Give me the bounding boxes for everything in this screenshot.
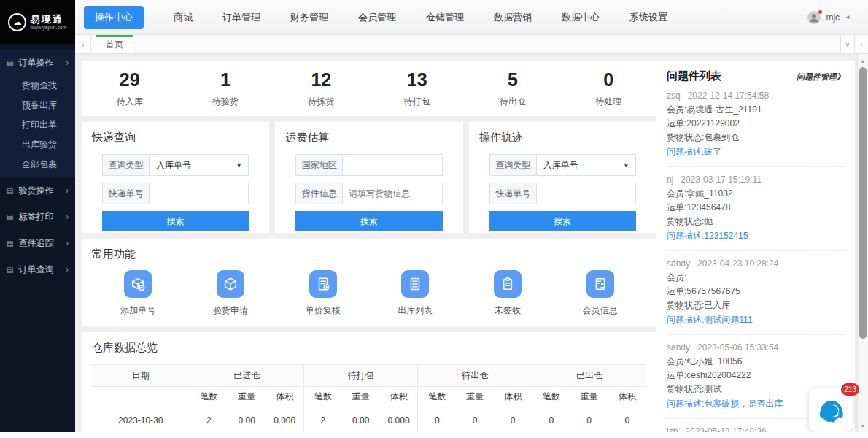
sidebar-subitem[interactable]: 打印出单: [0, 115, 75, 135]
table-cell: 0: [532, 407, 570, 433]
chevron-right-icon: ›: [66, 212, 69, 222]
table-row: 2023-10-3020.000.00020.000.000000000: [92, 407, 646, 433]
menu-grid-icon: ▤: [7, 187, 13, 195]
table-cell: 0.00: [342, 407, 380, 433]
brand-logo[interactable]: ☁ 易境通 www.yejoin.com: [0, 0, 75, 44]
problem-entry-2: sandy2023-04-23 10:28:24会员:运单:5675756767…: [667, 251, 845, 335]
stat-5[interactable]: 0待处理: [561, 69, 656, 108]
quick-function-4[interactable]: 未签收: [476, 270, 539, 317]
form-row: 快递单号: [102, 182, 249, 204]
table-subheader: 笔数: [303, 387, 341, 407]
sidebar-subitem[interactable]: 出库验货: [0, 135, 75, 155]
problem-status: 货物状态:抛: [667, 216, 845, 226]
topnav-item-1[interactable]: 商城: [174, 11, 193, 24]
table-subheader: 体积: [266, 387, 303, 407]
menu-grid-icon: ▤: [7, 213, 13, 221]
sidebar-subitem[interactable]: 全部包裹: [0, 155, 75, 174]
sidebar-group-header-2[interactable]: ▤标签打印›: [0, 204, 75, 230]
table-group-header: 已出仓: [532, 365, 646, 387]
sidebar: ☁ 易境通 www.yejoin.com ▤订单操作›货物查找预备出库打印出单出…: [0, 0, 75, 432]
query-panel-title: 操作轨迹: [479, 131, 646, 145]
table-cell: 2: [303, 407, 341, 433]
search-button[interactable]: 搜索: [295, 211, 442, 231]
invoice-review-icon: [309, 270, 337, 298]
stat-3[interactable]: 13待打包: [369, 69, 465, 108]
text-input[interactable]: [343, 155, 441, 175]
problem-description-link[interactable]: 问题描述:123152415: [667, 230, 845, 242]
headset-agent-icon: [815, 395, 846, 426]
quick-function-5[interactable]: 会员信息: [569, 270, 632, 317]
query-type-select[interactable]: 入库单号∨: [537, 155, 635, 175]
text-input[interactable]: [537, 183, 635, 204]
topnav-item-4[interactable]: 会员管理: [358, 11, 396, 24]
package-add-icon: [124, 270, 152, 298]
problem-waybill: 运单:56757567675: [667, 286, 845, 296]
stat-0[interactable]: 29待入库: [82, 69, 177, 108]
search-button[interactable]: 搜索: [102, 211, 249, 231]
sidebar-group-header-1[interactable]: ▤验货操作›: [0, 177, 75, 204]
problem-time: 2023-04-23 10:28:24: [697, 258, 778, 269]
sidebar-subitem[interactable]: 货物查找: [0, 76, 75, 96]
scrollbar-up-icon[interactable]: ▲: [858, 55, 868, 66]
user-caret-icon: ◄: [845, 14, 850, 20]
problem-status: 货物状态:包裹到仓: [667, 132, 845, 142]
problem-meta: zsq2022-12-14 17:54:58: [667, 91, 845, 101]
sidebar-group-header-0[interactable]: ▤订单操作›: [0, 50, 75, 76]
topnav-item-3[interactable]: 财务管理: [290, 11, 328, 24]
quick-function-1[interactable]: 验货申请: [199, 270, 262, 317]
stat-value: 13: [369, 69, 465, 91]
tab-scroll-right-button[interactable]: ›: [854, 35, 868, 53]
problem-items-panel: 问题件列表 问题件管理》 zsq2022-12-14 17:54:58会员:易境…: [656, 61, 855, 432]
table-subheader: 重量: [570, 387, 608, 407]
table-cell: 0.00: [228, 407, 266, 433]
problem-entry-1: nj2023-03-17 15:19:11会员:拿鐵_11032运单:12345…: [667, 167, 845, 251]
form-label: 快递单号: [490, 183, 537, 204]
stat-2[interactable]: 12待拣货: [274, 69, 369, 108]
problem-entry-0: zsq2022-12-14 17:54:58会员:易境通-古生_21191运单:…: [667, 83, 845, 167]
form-row: 国家地区: [295, 154, 442, 176]
sidebar-group-header-4[interactable]: ▤订单查询›: [0, 256, 75, 283]
form-label: 国家地区: [296, 155, 343, 175]
sidebar-group-4: ▤订单查询›: [0, 256, 75, 283]
stat-4[interactable]: 5待出仓: [465, 69, 560, 108]
quick-function-2[interactable]: 单价复核: [292, 270, 354, 317]
scrollbar-thumb[interactable]: [859, 67, 867, 339]
topnav-item-2[interactable]: 订单管理: [222, 11, 260, 24]
sidebar-group-label: 订单操作: [18, 57, 53, 69]
page-scrollbar[interactable]: ▲ ▼: [857, 54, 868, 432]
sidebar-subitem[interactable]: 预备出库: [0, 96, 75, 115]
problem-time: 2022-12-14 17:54:58: [688, 91, 769, 101]
top-header: 操作中心商城订单管理财务管理会员管理仓储管理数据营销数据中心系统设置 mjc ◄: [75, 0, 868, 35]
user-menu[interactable]: mjc ◄: [807, 11, 868, 24]
topnav-item-5[interactable]: 仓储管理: [426, 11, 464, 24]
topnav-item-7[interactable]: 数据中心: [562, 11, 600, 24]
form-row: 查询类型入库单号∨: [489, 154, 636, 176]
topnav-item-0[interactable]: 操作中心: [84, 6, 144, 29]
topnav-item-8[interactable]: 系统设置: [629, 11, 667, 24]
search-button[interactable]: 搜索: [489, 211, 636, 231]
scrollbar-down-icon[interactable]: ▼: [858, 420, 868, 431]
form-label: 货件信息: [296, 183, 343, 204]
query-type-select[interactable]: 入库单号∨: [150, 155, 248, 175]
table-subheader: 重量: [456, 387, 494, 407]
customer-service-button[interactable]: 213: [809, 388, 853, 432]
problem-manage-link[interactable]: 问题件管理》: [797, 72, 845, 82]
stat-label: 待验货: [177, 96, 273, 108]
tab-home[interactable]: 首页: [96, 35, 133, 53]
quick-function-3[interactable]: 出库列表: [384, 270, 446, 317]
tab-dropdown-button[interactable]: ∨: [840, 35, 854, 53]
chevron-right-icon: ›: [66, 58, 69, 68]
quick-function-0[interactable]: 添加单号: [106, 270, 169, 317]
form-row: 快递单号: [489, 182, 636, 204]
topnav-item-6[interactable]: 数据营销: [494, 11, 532, 24]
text-input[interactable]: [150, 183, 248, 204]
text-input[interactable]: [343, 183, 441, 204]
query-panel-title: 运费估算: [285, 131, 452, 145]
table-subheader: 笔数: [418, 387, 456, 407]
problem-description-link[interactable]: 问题描述:破了: [667, 146, 845, 158]
tab-scroll-left-button[interactable]: ‹: [75, 35, 91, 53]
warehouse-table-title: 仓库数据总览: [92, 341, 646, 355]
sidebar-group-header-3[interactable]: ▤查件追踪›: [0, 230, 75, 256]
problem-description-link[interactable]: 问题描述:测试问题111: [667, 314, 845, 326]
stat-1[interactable]: 1待验货: [177, 69, 273, 108]
